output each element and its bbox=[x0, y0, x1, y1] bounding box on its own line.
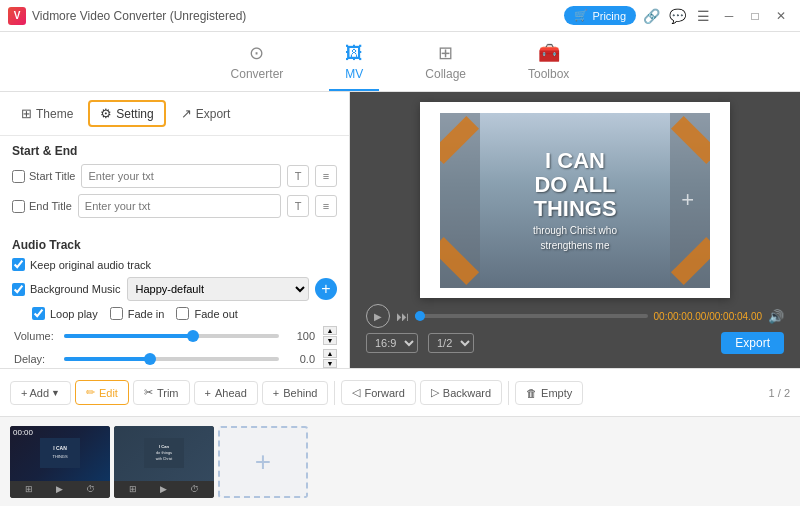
fade-in-checkbox[interactable] bbox=[110, 307, 123, 320]
playback-options: 16:9 1/2 Export bbox=[360, 328, 790, 358]
end-title-checkbox[interactable] bbox=[12, 200, 25, 213]
film2-grid-icon: ⊞ bbox=[129, 484, 137, 494]
preview-area: I CAN DO ALL THINGS through Christ who s… bbox=[420, 102, 730, 298]
tab-converter[interactable]: ⊙ Converter bbox=[215, 34, 300, 91]
volume-icon[interactable]: 🔊 bbox=[768, 309, 784, 324]
tab-toolbox[interactable]: 🧰 Toolbox bbox=[512, 34, 585, 91]
tab-mv[interactable]: 🖼 MV bbox=[329, 35, 379, 91]
start-title-checkbox[interactable] bbox=[12, 170, 25, 183]
fade-out-checkbox[interactable] bbox=[176, 307, 189, 320]
start-title-text-icon[interactable]: T bbox=[287, 165, 309, 187]
preview-plus-icon[interactable]: + bbox=[681, 187, 694, 213]
playback-controls: ▶ ⏭ 00:00:00.00/00:00:04.00 🔊 bbox=[360, 304, 790, 328]
forward-button[interactable]: ◁ Forward bbox=[341, 380, 415, 405]
behind-icon: + bbox=[273, 387, 279, 399]
empty-button[interactable]: 🗑 Empty bbox=[515, 381, 583, 405]
cart-icon: 🛒 bbox=[574, 9, 588, 22]
setting-label: Setting bbox=[116, 107, 153, 121]
keep-original-checkbox[interactable] bbox=[12, 258, 25, 271]
volume-down-btn[interactable]: ▼ bbox=[323, 336, 337, 345]
delay-slider-thumb bbox=[144, 353, 156, 365]
svg-text:I Can: I Can bbox=[159, 444, 169, 449]
film-play-icon[interactable]: ▶ bbox=[56, 484, 63, 494]
loop-play-checkbox[interactable] bbox=[32, 307, 45, 320]
film-clip-2-thumb: I Can do things with Christ bbox=[144, 438, 184, 468]
right-panel: I CAN DO ALL THINGS through Christ who s… bbox=[350, 92, 800, 368]
volume-up-btn[interactable]: ▲ bbox=[323, 326, 337, 335]
film-clip-1-time: 00:00 bbox=[13, 428, 33, 437]
start-title-layout-icon[interactable]: ≡ bbox=[315, 165, 337, 187]
maximize-button[interactable]: □ bbox=[744, 5, 766, 27]
preview-line3: THINGS bbox=[533, 197, 617, 221]
fade-out-label: Fade out bbox=[176, 307, 237, 320]
svg-text:with Christ: with Christ bbox=[156, 457, 172, 461]
edit-button[interactable]: ✏ Edit bbox=[75, 380, 129, 405]
end-title-input[interactable] bbox=[78, 194, 281, 218]
end-title-layout-icon[interactable]: ≡ bbox=[315, 195, 337, 217]
add-button[interactable]: + Add ▼ bbox=[10, 381, 71, 405]
trim-button[interactable]: ✂ Trim bbox=[133, 380, 190, 405]
preview-text-overlay: I CAN DO ALL THINGS through Christ who s… bbox=[533, 149, 617, 252]
nav-tabs: ⊙ Converter 🖼 MV ⊞ Collage 🧰 Toolbox bbox=[0, 32, 800, 92]
ahead-button[interactable]: + Ahead bbox=[194, 381, 258, 405]
skip-button[interactable]: ⏭ bbox=[396, 309, 409, 324]
preview-line2: DO ALL bbox=[533, 173, 617, 197]
start-title-row: Start Title T ≡ bbox=[12, 164, 337, 188]
delay-down-btn[interactable]: ▼ bbox=[323, 359, 337, 368]
sub-tab-theme[interactable]: ⊞ Theme bbox=[10, 101, 84, 126]
delay-slider-fill bbox=[64, 357, 150, 361]
progress-thumb bbox=[415, 311, 425, 321]
filmstrip: 00:00 I CAN THINGS ⊞ ▶ ⏱ I Can do things… bbox=[0, 416, 800, 506]
film2-play-icon[interactable]: ▶ bbox=[160, 484, 167, 494]
clip-count-select[interactable]: 1/2 bbox=[428, 333, 474, 353]
end-title-text-icon[interactable]: T bbox=[287, 195, 309, 217]
film-clip-2[interactable]: I Can do things with Christ ⊞ ▶ ⏱ bbox=[114, 426, 214, 498]
play-button[interactable]: ▶ bbox=[366, 304, 390, 328]
sub-tab-setting[interactable]: ⚙ Setting bbox=[88, 100, 165, 127]
music-dropdown[interactable]: Happy-default bbox=[127, 277, 310, 301]
add-music-button[interactable]: + bbox=[315, 278, 337, 300]
delay-slider-track[interactable] bbox=[64, 357, 279, 361]
add-clip-button[interactable]: + bbox=[218, 426, 308, 498]
progress-bar[interactable] bbox=[415, 314, 648, 318]
sub-tabs: ⊞ Theme ⚙ Setting ↗ Export bbox=[0, 92, 349, 136]
film-clip-1-controls: ⊞ ▶ ⏱ bbox=[10, 481, 110, 498]
start-title-input[interactable] bbox=[81, 164, 281, 188]
fade-in-label: Fade in bbox=[110, 307, 165, 320]
sub-tab-export[interactable]: ↗ Export bbox=[170, 101, 242, 126]
bottom-toolbar: + Add ▼ ✏ Edit ✂ Trim + Ahead + Behind ◁… bbox=[0, 368, 800, 416]
start-end-section: Start & End Start Title T ≡ End Title T … bbox=[0, 136, 349, 232]
audio-track-section: Audio Track Keep original audio track Ba… bbox=[0, 232, 349, 368]
toolbox-icon: 🧰 bbox=[538, 42, 560, 64]
delay-spinner[interactable]: ▲ ▼ bbox=[323, 349, 337, 368]
film-clip-2-inner: I Can do things with Christ bbox=[114, 426, 214, 481]
bg-music-checkbox[interactable] bbox=[12, 283, 25, 296]
pricing-button[interactable]: 🛒 Pricing bbox=[564, 6, 636, 25]
background-music-row: Background Music Happy-default + bbox=[12, 277, 337, 301]
backward-icon: ▷ bbox=[431, 386, 439, 399]
end-title-row: End Title T ≡ bbox=[12, 194, 337, 218]
menu-icon-btn[interactable]: ☰ bbox=[692, 5, 714, 27]
minimize-button[interactable]: ─ bbox=[718, 5, 740, 27]
title-bar-left: V Vidmore Video Converter (Unregistered) bbox=[8, 7, 246, 25]
export-button[interactable]: Export bbox=[721, 332, 784, 354]
backward-button[interactable]: ▷ Backward bbox=[420, 380, 502, 405]
link-icon-btn[interactable]: 🔗 bbox=[640, 5, 662, 27]
end-title-label: End Title bbox=[12, 200, 72, 213]
title-bar-right: 🛒 Pricing 🔗 💬 ☰ ─ □ ✕ bbox=[564, 5, 792, 27]
tab-collage[interactable]: ⊞ Collage bbox=[409, 34, 482, 91]
delay-up-btn[interactable]: ▲ bbox=[323, 349, 337, 358]
behind-button[interactable]: + Behind bbox=[262, 381, 329, 405]
close-button[interactable]: ✕ bbox=[770, 5, 792, 27]
edit-icon: ✏ bbox=[86, 386, 95, 399]
mv-icon: 🖼 bbox=[345, 43, 363, 64]
volume-spinner[interactable]: ▲ ▼ bbox=[323, 326, 337, 345]
film-clip-1[interactable]: 00:00 I CAN THINGS ⊞ ▶ ⏱ bbox=[10, 426, 110, 498]
toolbar-divider2 bbox=[508, 381, 509, 405]
volume-slider-track[interactable] bbox=[64, 334, 279, 338]
aspect-ratio-select[interactable]: 16:9 bbox=[366, 333, 418, 353]
theme-grid-icon: ⊞ bbox=[21, 106, 32, 121]
start-end-title: Start & End bbox=[12, 144, 337, 158]
audio-track-title: Audio Track bbox=[12, 238, 337, 252]
message-icon-btn[interactable]: 💬 bbox=[666, 5, 688, 27]
